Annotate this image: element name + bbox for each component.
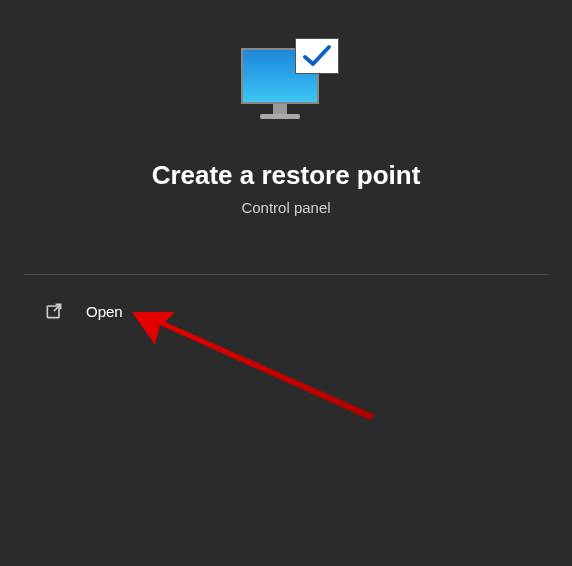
external-link-icon bbox=[44, 301, 64, 321]
result-source: Control panel bbox=[241, 199, 330, 216]
open-action[interactable]: Open bbox=[0, 275, 572, 347]
open-label: Open bbox=[86, 303, 123, 320]
search-result-header: Create a restore point Control panel bbox=[0, 0, 572, 246]
checkmark-overlay-icon bbox=[295, 38, 339, 74]
result-title: Create a restore point bbox=[152, 160, 421, 191]
app-icon-container bbox=[241, 38, 331, 128]
